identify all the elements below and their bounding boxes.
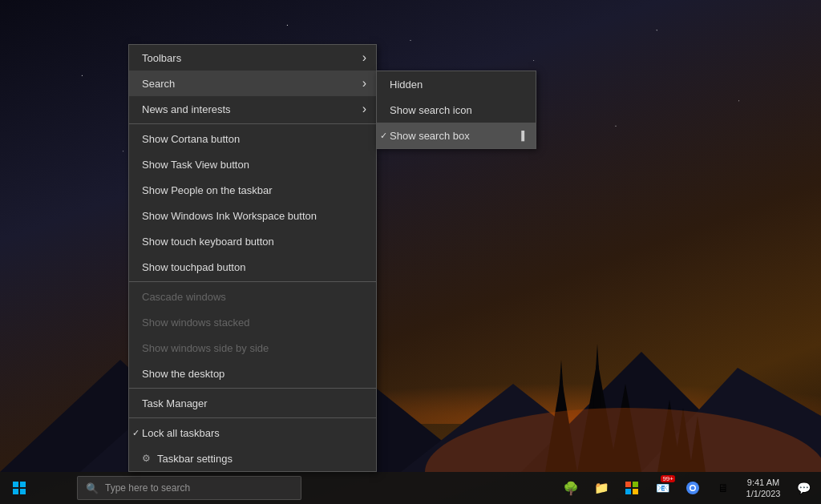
menu-item-stacked: Show windows stacked: [129, 309, 376, 335]
separator-2: [129, 281, 376, 282]
svg-rect-22: [633, 489, 638, 494]
notification-badge: 99+: [661, 475, 675, 482]
svg-rect-21: [625, 489, 631, 494]
taskbar-icon-tree[interactable]: 🌳: [556, 474, 585, 502]
menu-item-people-label: Show People on the taskbar: [142, 184, 273, 196]
svg-rect-16: [20, 482, 26, 487]
menu-item-sidebyside: Show windows side by side: [129, 335, 376, 361]
menu-item-search[interactable]: Search Hidden Show search icon Show sear…: [129, 71, 376, 96]
menu-item-keyboard-label: Show touch keyboard button: [142, 236, 274, 248]
svg-rect-20: [633, 482, 638, 487]
taskbar-search-box[interactable]: 🔍 Type here to search: [77, 476, 301, 500]
taskbar-icon-fileexplorer[interactable]: 📁: [587, 474, 616, 502]
svg-rect-17: [13, 489, 18, 494]
menu-item-lock-taskbars-label: Lock all taskbars: [142, 427, 220, 439]
menu-item-sidebyside-label: Show windows side by side: [142, 342, 269, 354]
settings-icon: ⚙: [142, 453, 151, 464]
taskbar-icon-store[interactable]: [617, 474, 646, 502]
menu-item-task-manager[interactable]: Task Manager: [129, 390, 376, 416]
separator-4: [129, 417, 376, 418]
system-clock[interactable]: 9:41 AM 1/1/2023: [739, 477, 787, 499]
menu-item-cascade-label: Cascade windows: [142, 291, 226, 303]
submenu-item-show-box[interactable]: Show search box ▌: [377, 123, 536, 148]
taskbar-right-area: 🌳 📁 📧 99+ 🖥: [556, 474, 821, 502]
clock-time: 9:41 AM: [747, 477, 779, 488]
submenu-item-hidden[interactable]: Hidden: [377, 71, 536, 97]
taskbar-icon-chrome[interactable]: [678, 474, 707, 502]
menu-item-cascade: Cascade windows: [129, 284, 376, 309]
menu-item-keyboard[interactable]: Show touch keyboard button: [129, 228, 376, 254]
notification-center-button[interactable]: 💬: [789, 474, 818, 502]
submenu-show-icon-label: Show search icon: [390, 104, 472, 116]
separator-3: [129, 388, 376, 389]
menu-item-cortana[interactable]: Show Cortana button: [129, 126, 376, 151]
menu-item-taskbar-settings-label: Taskbar settings: [157, 453, 233, 465]
menu-item-news[interactable]: News and interests: [129, 96, 376, 122]
menu-item-touchpad[interactable]: Show touchpad button: [129, 254, 376, 280]
cursor-indicator: ▌: [521, 131, 528, 140]
menu-item-news-label: News and interests: [142, 103, 231, 115]
menu-item-ink[interactable]: Show Windows Ink Workspace button: [129, 203, 376, 228]
menu-item-task-manager-label: Task Manager: [142, 397, 208, 409]
menu-item-lock-taskbars[interactable]: Lock all taskbars: [129, 420, 376, 446]
windows-icon: [13, 482, 26, 494]
taskbar-search-placeholder: Type here to search: [105, 482, 190, 494]
menu-item-taskbar-settings[interactable]: ⚙ Taskbar settings: [129, 446, 376, 471]
svg-rect-15: [13, 482, 18, 487]
menu-item-cortana-label: Show Cortana button: [142, 133, 240, 145]
submenu-hidden-label: Hidden: [390, 79, 423, 91]
clock-date: 1/1/2023: [746, 488, 781, 499]
taskbar: 🔍 Type here to search 🌳 📁 📧 99+: [0, 472, 821, 504]
submenu-item-show-icon[interactable]: Show search icon: [377, 97, 536, 123]
svg-rect-19: [625, 482, 631, 487]
menu-item-ink-label: Show Windows Ink Workspace button: [142, 210, 317, 222]
store-icon: [625, 481, 639, 495]
menu-item-show-desktop[interactable]: Show the desktop: [129, 361, 376, 386]
taskbar-search-icon: 🔍: [86, 482, 99, 494]
menu-item-taskview-label: Show Task View button: [142, 159, 249, 171]
start-button[interactable]: [0, 472, 38, 504]
chrome-icon: [686, 481, 700, 495]
menu-item-toolbars-label: Toolbars: [142, 52, 181, 64]
separator-1: [129, 123, 376, 124]
svg-rect-18: [20, 489, 26, 494]
submenu-show-box-label: Show search box: [390, 130, 470, 142]
horizon-glow: [0, 328, 821, 424]
menu-item-touchpad-label: Show touchpad button: [142, 261, 245, 273]
menu-item-toolbars[interactable]: Toolbars: [129, 45, 376, 71]
menu-item-taskview[interactable]: Show Task View button: [129, 151, 376, 177]
menu-item-show-desktop-label: Show the desktop: [142, 368, 224, 380]
svg-point-25: [691, 486, 695, 490]
menu-item-search-label: Search: [142, 78, 175, 90]
taskbar-icon-mail[interactable]: 📧 99+: [648, 474, 677, 502]
menu-item-stacked-label: Show windows stacked: [142, 317, 249, 329]
menu-item-people[interactable]: Show People on the taskbar: [129, 177, 376, 203]
taskbar-icon-system[interactable]: 🖥: [709, 474, 738, 502]
context-menu: Toolbars Search Hidden Show search icon …: [128, 44, 377, 472]
search-submenu: Hidden Show search icon Show search box …: [376, 71, 536, 149]
